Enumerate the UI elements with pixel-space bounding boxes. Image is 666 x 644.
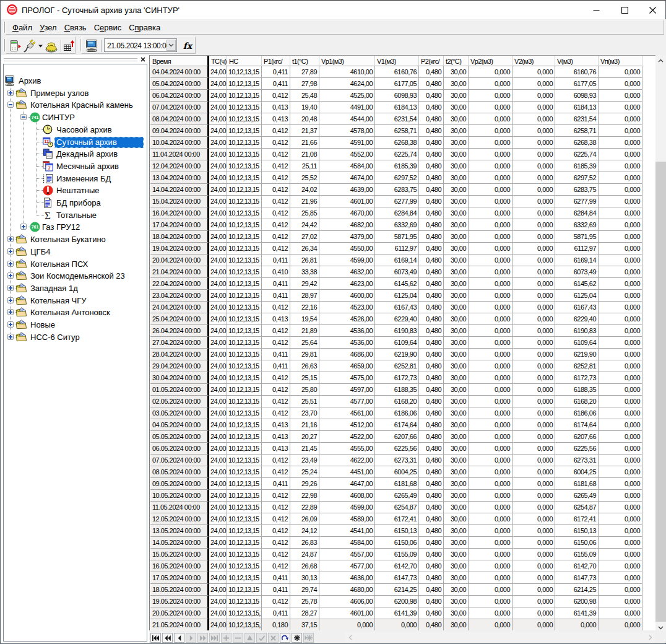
grid-cell[interactable]: 30,00: [444, 325, 469, 337]
grid-cell[interactable]: 0,000: [512, 207, 555, 219]
grid-cell[interactable]: 4682,00: [319, 219, 375, 231]
nav-post-button[interactable]: [256, 633, 267, 643]
grid-cell[interactable]: 0,000: [469, 455, 512, 466]
grid-cell[interactable]: 6186,06: [555, 407, 599, 419]
grid-cell[interactable]: 30,00: [444, 302, 469, 313]
grid-cell[interactable]: 0,480: [419, 125, 444, 137]
grid-cell[interactable]: 30,00: [444, 231, 469, 243]
grid-cell[interactable]: 30,00: [444, 290, 469, 302]
grid-cell[interactable]: 6142,70: [375, 560, 419, 572]
grid-cell[interactable]: 21.05.2024 00:00: [150, 619, 209, 631]
grid-cell[interactable]: 0,180: [262, 619, 290, 631]
grid-cell[interactable]: 4577,00: [319, 560, 375, 572]
read-device-button[interactable]: [8, 39, 22, 53]
grid-cell[interactable]: 24,12: [290, 525, 319, 537]
grid-cell[interactable]: 0,000: [512, 372, 555, 384]
grid-cell[interactable]: 23.04.2024 00:00: [150, 290, 209, 302]
grid-cell[interactable]: 10,12,13,15: [227, 266, 262, 278]
grid-cell[interactable]: 0,000: [599, 478, 642, 490]
grid-cell[interactable]: 24,00: [209, 137, 227, 149]
grid-cell[interactable]: 6265,49: [375, 490, 419, 502]
grid-cell[interactable]: 10,12,13,15: [227, 102, 262, 113]
grid-cell[interactable]: 30,00: [444, 607, 469, 619]
grid-cell[interactable]: 0,000: [512, 113, 555, 125]
grid-cell[interactable]: 30,00: [444, 313, 469, 325]
grid-cell[interactable]: 24,87: [290, 549, 319, 560]
grid-cell[interactable]: 0,000: [512, 549, 555, 560]
grid-cell[interactable]: 21,96: [290, 196, 319, 207]
grid-row[interactable]: 08.04.2024 00:0024,0010,12,13,150,41320,…: [150, 113, 642, 125]
grid-cell[interactable]: 0,480: [419, 278, 444, 290]
grid-cell[interactable]: 0,000: [599, 525, 642, 537]
grid-cell[interactable]: 6283,75: [555, 184, 599, 196]
grid-cell[interactable]: 13.05.2024 00:00: [150, 525, 209, 537]
grid-row[interactable]: 22.04.2024 00:0024,0010,12,13,150,41129,…: [150, 278, 642, 290]
grid-row[interactable]: 12.04.2024 00:0024,0010,12,13,150,41225,…: [150, 160, 642, 172]
grid-row[interactable]: 06.05.2024 00:0024,0010,12,13,150,41321,…: [150, 443, 642, 455]
grid-cell[interactable]: 07.04.2024 00:00: [150, 102, 209, 113]
grid-cell[interactable]: 6147,73: [555, 572, 599, 584]
grid-cell[interactable]: 0,000: [599, 396, 642, 407]
grid-cell[interactable]: 24,00: [209, 290, 227, 302]
grid-cell[interactable]: 06.05.2024 00:00: [150, 443, 209, 455]
grid-cell[interactable]: 10,12,13,15: [227, 455, 262, 466]
tree-item-архив[interactable]: Архив: [4, 74, 147, 87]
tree-expand-icon[interactable]: [7, 248, 14, 255]
tree-item-label[interactable]: СИНТУР: [40, 112, 77, 123]
grid-cell[interactable]: 10,12,13,15: [227, 302, 262, 313]
grid-cell[interactable]: 10,12,13,15: [227, 396, 262, 407]
grid-cell[interactable]: 6073,49: [375, 266, 419, 278]
grid-cell[interactable]: 6190,83: [375, 325, 419, 337]
grid-cell[interactable]: 21.04.2024 00:00: [150, 266, 209, 278]
grid-cell[interactable]: 6109,64: [555, 337, 599, 349]
grid-cell[interactable]: 0,480: [419, 466, 444, 478]
grid-row[interactable]: 06.04.2024 00:0024,0010,12,13,150,41225,…: [150, 90, 642, 102]
grid-cell[interactable]: 0,000: [512, 137, 555, 149]
grid-cell[interactable]: 6297,52: [555, 172, 599, 184]
menu-item-справка[interactable]: Справка: [125, 21, 164, 35]
grid-cell[interactable]: 0,000: [469, 325, 512, 337]
grid-cell[interactable]: 30,00: [444, 419, 469, 431]
grid-row[interactable]: 17.04.2024 00:0024,0010,12,13,150,41224,…: [150, 219, 642, 231]
grid-cell[interactable]: 6150,06: [375, 537, 419, 549]
grid-cell[interactable]: 0,000: [469, 313, 512, 325]
grid-cell[interactable]: 0,000: [512, 396, 555, 407]
title-bar[interactable]: ПРОЛОГ - Суточный архив узла 'СИНТУР': [1, 1, 665, 19]
grid-cell[interactable]: 6186,06: [375, 407, 419, 419]
grid-cell[interactable]: 4526,00: [319, 313, 375, 325]
grid-cell[interactable]: 4584,00: [319, 160, 375, 172]
grid-cell[interactable]: 25,15: [290, 372, 319, 384]
grid-cell[interactable]: 30,00: [444, 266, 469, 278]
grid-cell[interactable]: 0,000: [469, 207, 512, 219]
grid-row[interactable]: 30.04.2024 00:0024,0010,12,13,150,41225,…: [150, 372, 642, 384]
grid-cell[interactable]: 10,12,13,15: [227, 255, 262, 266]
grid-cell[interactable]: 37,15: [290, 619, 319, 631]
grid-cell[interactable]: 6252,81: [555, 360, 599, 372]
grid-cell[interactable]: 0,000: [599, 207, 642, 219]
grid-cell[interactable]: 28.04.2024 00:00: [150, 349, 209, 360]
grid-cell[interactable]: 0,000: [512, 231, 555, 243]
tree-expand-icon[interactable]: [7, 334, 14, 340]
grid-cell[interactable]: 24,00: [209, 502, 227, 513]
grid-row[interactable]: 11.05.2024 00:0024,0010,12,13,150,41222,…: [150, 502, 642, 513]
grid-cell[interactable]: 4599,00: [319, 502, 375, 513]
grid-cell[interactable]: 0,000: [512, 337, 555, 349]
grid-cell[interactable]: 10.04.2024 00:00: [150, 137, 209, 149]
grid-cell[interactable]: 6167,43: [555, 302, 599, 313]
grid-row[interactable]: 13.04.2024 00:0024,0010,12,13,150,41225,…: [150, 172, 642, 184]
grid-cell[interactable]: 0,480: [419, 560, 444, 572]
grid-cell[interactable]: 24,00: [209, 525, 227, 537]
grid-row[interactable]: 08.05.2024 00:0024,0010,12,13,150,41225,…: [150, 466, 642, 478]
grid-cell[interactable]: 14.04.2024 00:00: [150, 184, 209, 196]
grid-cell[interactable]: 30,00: [444, 278, 469, 290]
grid-cell[interactable]: 0,000: [469, 125, 512, 137]
grid-cell[interactable]: 6145,62: [375, 278, 419, 290]
grid-cell[interactable]: 0,000: [512, 184, 555, 196]
grid-cell[interactable]: 4584,00: [319, 537, 375, 549]
grid-cell[interactable]: 10,12,13,15: [227, 572, 262, 584]
grid-cell[interactable]: 10,12,13,15: [227, 443, 262, 455]
column-header[interactable]: Vр2(м3): [469, 56, 512, 66]
grid-cell[interactable]: 24,00: [209, 149, 227, 160]
grid-cell[interactable]: 4597,00: [319, 384, 375, 396]
grid-row[interactable]: 15.04.2024 00:0024,0010,12,13,150,41221,…: [150, 196, 642, 207]
